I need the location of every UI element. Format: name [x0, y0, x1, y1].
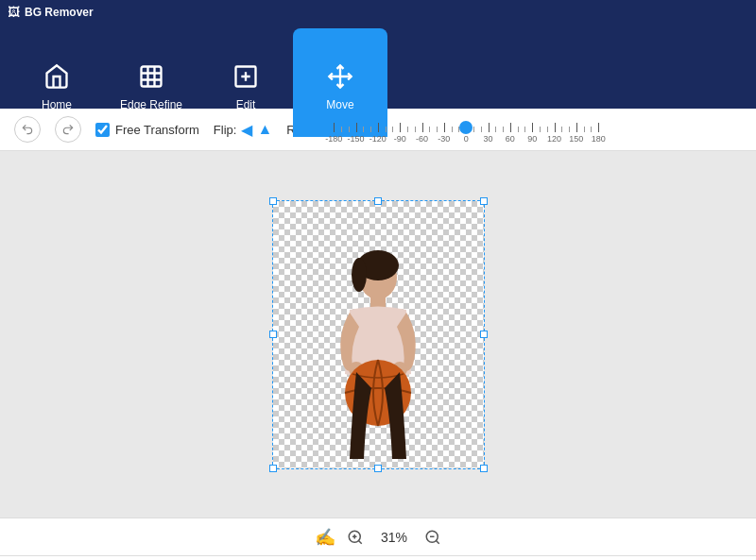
zoom-bar: ✍ 31% [0, 518, 756, 555]
nav-item-home[interactable]: Home [9, 28, 104, 137]
person-figure [317, 242, 439, 468]
handle-middle-right[interactable] [480, 331, 488, 338]
canvas-area [0, 151, 756, 518]
handle-bottom-left[interactable] [269, 465, 277, 472]
hand-tool-icon[interactable]: ✍ [315, 527, 335, 548]
svg-line-14 [436, 540, 438, 543]
edge-refine-icon [138, 63, 164, 93]
handle-bottom-right[interactable] [480, 465, 488, 472]
edit-icon [232, 63, 259, 93]
handle-middle-left[interactable] [269, 331, 277, 338]
handle-bottom-middle[interactable] [374, 465, 382, 472]
rotate-slider-thumb[interactable] [459, 121, 472, 134]
nav-edge-refine-label: Edge Refine [120, 98, 182, 111]
zoom-percent-label: 31% [375, 530, 413, 545]
nav-home-label: Home [42, 98, 72, 111]
nav-move-label: Move [326, 98, 353, 111]
app-title: BG Remover [25, 6, 94, 19]
move-icon [327, 63, 353, 93]
svg-point-4 [352, 258, 367, 292]
nav-edit-label: Edit [236, 98, 256, 111]
zoom-out-button[interactable] [424, 529, 441, 546]
footer: New Image Download [0, 555, 756, 560]
rotate-group: Rotate: -180-150-120-90-60-3003060901201… [286, 115, 598, 144]
nav-item-edit[interactable]: Edit [198, 28, 293, 137]
image-container[interactable] [272, 200, 485, 469]
home-icon [43, 63, 70, 93]
app-logo-icon: 🖼 [8, 5, 20, 19]
rotate-ruler[interactable]: -180-150-120-90-60-300306090120150180 [334, 115, 598, 144]
zoom-in-button[interactable] [347, 529, 364, 546]
handle-top-right[interactable] [480, 197, 488, 205]
nav-item-edge-refine[interactable]: Edge Refine [104, 28, 198, 137]
svg-rect-0 [142, 67, 162, 87]
handle-top-left[interactable] [269, 197, 277, 205]
svg-line-10 [358, 540, 361, 543]
handle-top-middle[interactable] [374, 197, 382, 205]
